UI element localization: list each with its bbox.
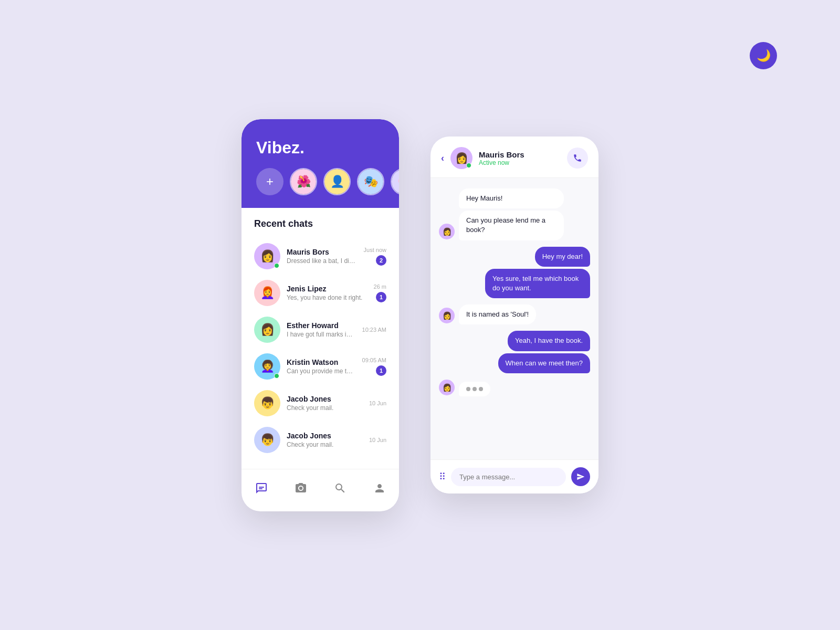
recent-chats-label: Recent chats (242, 218, 399, 238)
chat-header: ‹ 👩 Mauris Bors Active now (430, 136, 598, 178)
chat-list-body: Recent chats 👩 Mauris Bors Dressed like … (242, 208, 399, 469)
chat-info: Esther Howard I have got full marks in m… (287, 321, 356, 338)
nav-chat-icon[interactable] (251, 478, 272, 499)
chat-meta: 26 m 1 (374, 284, 386, 302)
chat-meta: 10:23 AM (362, 327, 386, 333)
message-group: Yeah, I have the book. When can we meet … (439, 331, 590, 373)
chat-avatar-wrap: 👩 (254, 317, 280, 343)
nav-camera-icon[interactable] (290, 478, 311, 499)
chat-name: Jenis Lipez (287, 285, 368, 293)
message-bubble: It is named as 'Soul'! (459, 304, 536, 324)
message-avatar: 👩 (439, 224, 455, 239)
chat-name: Jacob Jones (287, 395, 363, 403)
svg-rect-1 (259, 488, 262, 489)
chat-item[interactable]: 👩‍🦰 Jenis Lipez Yes, you have done it ri… (242, 275, 399, 311)
message-bubble: Hey my dear! (535, 247, 590, 267)
typing-indicator-group: 👩 (439, 380, 590, 396)
call-button[interactable] (567, 148, 588, 169)
chat-header-avatar: 👩 (450, 147, 472, 169)
moon-icon: 🌙 (757, 49, 771, 62)
message-avatar: 👩 (439, 380, 455, 395)
chat-preview: Check your mail. (287, 441, 363, 448)
nav-profile-icon[interactable] (369, 478, 390, 499)
chat-meta: Just now 2 (364, 247, 386, 266)
chat-item[interactable]: 👩 Mauris Bors Dressed like a bat, I dig … (242, 238, 399, 275)
add-story-button[interactable]: + (256, 168, 284, 195)
chat-avatar-wrap: 👩 (254, 243, 280, 269)
back-button[interactable]: ‹ (441, 153, 444, 164)
chat-info: Mauris Bors Dressed like a bat, I dig it… (287, 248, 358, 265)
chat-avatar-wrap: 👦 (254, 427, 280, 453)
message-input[interactable] (451, 468, 566, 486)
online-indicator (274, 263, 279, 268)
plus-icon: + (266, 174, 274, 189)
chat-header-info: Mauris Bors Active now (479, 150, 561, 166)
svg-rect-0 (259, 487, 264, 488)
chat-avatar-wrap: 👩‍🦰 (254, 280, 280, 306)
attachment-button[interactable]: ⠿ (439, 471, 446, 482)
chat-preview: Can you provide me the doc... (287, 368, 356, 375)
chat-badge: 1 (376, 292, 386, 302)
bottom-nav (242, 469, 399, 511)
typing-dot (472, 387, 477, 391)
chat-name: Esther Howard (287, 321, 356, 330)
chat-time: 10 Jun (369, 437, 386, 443)
stories-row: + 🌺 👤 🎭 🌸 👤 (256, 168, 384, 195)
chat-input-bar: ⠿ (430, 459, 598, 494)
chat-time: Just now (364, 247, 386, 253)
avatar: 👦 (254, 427, 280, 453)
message-bubbles: Hey Mauris! Can you please lend me a boo… (459, 188, 564, 240)
message-bubble: Yeah, I have the book. (508, 331, 590, 351)
avatar: 👦 (254, 390, 280, 416)
chat-meta: 10 Jun (369, 400, 386, 406)
left-phone: Vibez. + 🌺 👤 🎭 🌸 👤 (242, 119, 399, 511)
chat-name: Mauris Bors (287, 248, 358, 256)
chat-meta: 10 Jun (369, 437, 386, 443)
online-indicator (466, 163, 471, 168)
message-bubble: Can you please lend me a book? (459, 211, 564, 240)
contact-status: Active now (479, 159, 561, 166)
dark-mode-button[interactable]: 🌙 (750, 42, 777, 69)
message-avatar: 👩 (439, 308, 455, 323)
chat-time: 10 Jun (369, 400, 386, 406)
message-bubble: Hey Mauris! (459, 188, 564, 208)
story-avatar-2[interactable]: 👤 (323, 168, 351, 195)
chat-item[interactable]: 👩‍🦱 Kristin Watson Can you provide me th… (242, 348, 399, 385)
send-button[interactable] (571, 467, 590, 486)
chat-item[interactable]: 👩 Esther Howard I have got full marks in… (242, 311, 399, 348)
chat-item[interactable]: 👦 Jacob Jones Check your mail. 10 Jun (242, 422, 399, 458)
chat-time: 09:05 AM (362, 357, 386, 363)
chat-avatar-wrap: 👩‍🦱 (254, 353, 280, 380)
chat-avatar-wrap: 👦 (254, 390, 280, 416)
chat-badge: 1 (376, 365, 386, 376)
chat-info: Jacob Jones Check your mail. (287, 432, 363, 448)
story-avatar-3[interactable]: 🎭 (357, 168, 384, 195)
message-bubbles: Hey my dear! Yes sure, tell me which boo… (485, 247, 590, 299)
chat-info: Jenis Lipez Yes, you have done it right. (287, 285, 368, 301)
story-avatar-1[interactable]: 🌺 (290, 168, 317, 195)
chat-meta: 09:05 AM 1 (362, 357, 386, 376)
chat-name: Kristin Watson (287, 358, 356, 366)
right-phone: ‹ 👩 Mauris Bors Active now 👩 Hey Mauris! (430, 136, 598, 494)
typing-dot (466, 387, 470, 391)
avatar: 👩 (254, 317, 280, 343)
message-group: 👩 It is named as 'Soul'! (439, 304, 590, 324)
chat-messages: 👩 Hey Mauris! Can you please lend me a b… (430, 178, 598, 459)
chat-info: Kristin Watson Can you provide me the do… (287, 358, 356, 375)
message-bubble: Yes sure, tell me which book do you want… (485, 269, 590, 298)
chat-preview: I have got full marks in my... (287, 331, 356, 338)
nav-search-icon[interactable] (330, 478, 351, 499)
chat-preview: Dressed like a bat, I dig it. (287, 257, 358, 265)
chat-badge: 2 (376, 255, 386, 266)
message-bubble: When can we meet then? (498, 353, 590, 373)
chat-info: Jacob Jones Check your mail. (287, 395, 363, 412)
message-bubbles: It is named as 'Soul'! (459, 304, 536, 324)
avatar: 👩‍🦰 (254, 280, 280, 306)
contact-name: Mauris Bors (479, 150, 561, 159)
chat-time: 10:23 AM (362, 327, 386, 333)
message-group: 👩 Hey Mauris! Can you please lend me a b… (439, 188, 590, 240)
story-avatar-4[interactable]: 🌸 (391, 168, 399, 195)
chat-list: 👩 Mauris Bors Dressed like a bat, I dig … (242, 238, 399, 458)
chat-item[interactable]: 👦 Jacob Jones Check your mail. 10 Jun (242, 385, 399, 422)
chat-name: Jacob Jones (287, 432, 363, 440)
